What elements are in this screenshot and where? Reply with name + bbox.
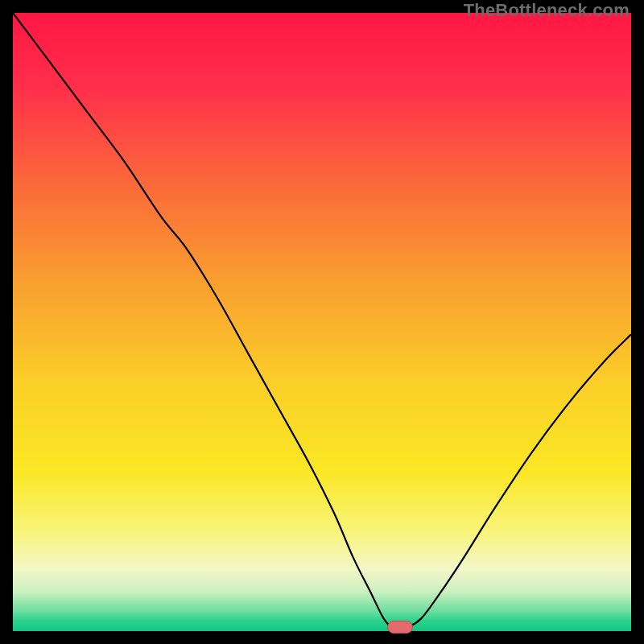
- optimal-marker: [387, 621, 413, 634]
- chart-frame: TheBottleneck.com: [0, 0, 644, 644]
- bottleneck-curve: [13, 13, 631, 631]
- plot-area: [13, 13, 631, 631]
- watermark-text: TheBottleneck.com: [464, 0, 630, 21]
- curve-path: [13, 13, 631, 630]
